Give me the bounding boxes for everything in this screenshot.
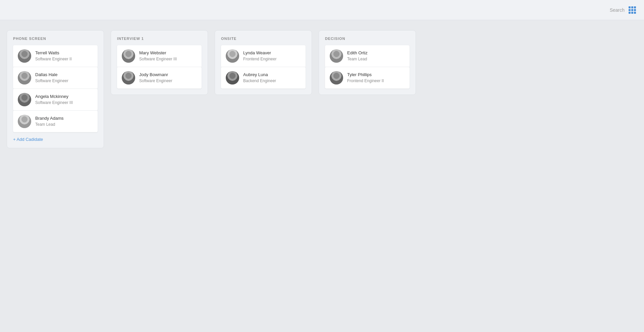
avatar — [330, 71, 343, 85]
card-info: Mary WebsterSoftware Engineer III — [139, 50, 177, 62]
cards-wrapper-onsite: Lynda WeaverFrontend EngineerAubrey Luna… — [221, 45, 306, 89]
avatar — [330, 49, 343, 63]
candidate-card[interactable]: Jody BowmanrSoftware Engineer — [117, 67, 202, 89]
candidate-card[interactable]: Tyler PhillipsFrontend Engineer II — [325, 67, 410, 89]
candidate-role: Team Lead — [35, 122, 64, 127]
column-title-onsite: ONSITE — [221, 37, 306, 41]
column-interview-1: INTERVIEW 1Mary WebsterSoftware Engineer… — [111, 30, 208, 95]
card-info: Jody BowmanrSoftware Engineer — [139, 72, 172, 84]
avatar — [226, 49, 239, 63]
card-info: Terrell WattsSoftware Engineer II — [35, 50, 72, 62]
candidate-card[interactable]: Angela MckinneySoftware Engineer III — [13, 89, 98, 111]
candidate-role: Backend Engineer — [243, 78, 276, 84]
candidate-role: Software Engineer — [139, 78, 172, 84]
search-area: Search — [610, 6, 636, 14]
column-onsite: ONSITELynda WeaverFrontend EngineerAubre… — [215, 30, 312, 95]
candidate-card[interactable]: Dallas HaleSoftware Engineer — [13, 67, 98, 89]
avatar — [122, 71, 135, 85]
candidate-card[interactable]: Terrell WattsSoftware Engineer II — [13, 45, 98, 67]
candidate-name: Terrell Watts — [35, 50, 72, 56]
candidate-card[interactable]: Edith OrtizTeam Lead — [325, 45, 410, 67]
card-info: Brandy AdamsTeam Lead — [35, 116, 64, 127]
candidate-name: Dallas Hale — [35, 72, 68, 78]
candidate-name: Angela Mckinney — [35, 94, 73, 100]
cards-wrapper-interview-1: Mary WebsterSoftware Engineer IIIJody Bo… — [117, 45, 202, 89]
column-phone-screen: PHONE SCREENTerrell WattsSoftware Engine… — [7, 30, 104, 148]
column-title-interview-1: INTERVIEW 1 — [117, 37, 202, 41]
avatar — [18, 115, 31, 128]
card-info: Angela MckinneySoftware Engineer III — [35, 94, 73, 105]
candidate-card[interactable]: Aubrey LunaBackend Engineer — [221, 67, 306, 89]
card-info: Dallas HaleSoftware Engineer — [35, 72, 68, 84]
candidate-name: Lynda Weaver — [243, 50, 276, 56]
candidate-role: Team Lead — [347, 57, 368, 62]
candidate-role: Software Engineer III — [139, 57, 177, 62]
avatar — [18, 49, 31, 63]
candidate-role: Software Engineer III — [35, 100, 73, 106]
candidate-name: Tyler Phillips — [347, 72, 384, 78]
card-info: Tyler PhillipsFrontend Engineer II — [347, 72, 384, 84]
search-label: Search — [610, 7, 625, 13]
candidate-name: Mary Webster — [139, 50, 177, 56]
avatar — [122, 49, 135, 63]
candidate-role: Software Engineer II — [35, 57, 72, 62]
candidate-card[interactable]: Lynda WeaverFrontend Engineer — [221, 45, 306, 67]
add-candidate-button[interactable]: + Add Cadidate — [13, 137, 98, 142]
card-info: Edith OrtizTeam Lead — [347, 50, 368, 62]
candidate-name: Jody Bowmanr — [139, 72, 172, 78]
candidate-role: Software Engineer — [35, 78, 68, 84]
kanban-board: PHONE SCREENTerrell WattsSoftware Engine… — [0, 20, 644, 158]
candidate-role: Frontend Engineer — [243, 57, 276, 62]
candidate-name: Brandy Adams — [35, 116, 64, 121]
card-info: Aubrey LunaBackend Engineer — [243, 72, 276, 84]
candidate-card[interactable]: Mary WebsterSoftware Engineer III — [117, 45, 202, 67]
candidate-role: Frontend Engineer II — [347, 78, 384, 84]
avatar — [226, 71, 239, 85]
column-title-decision: DECISION — [325, 37, 410, 41]
candidate-name: Edith Ortiz — [347, 50, 368, 56]
column-decision: DECISIONEdith OrtizTeam LeadTyler Philli… — [319, 30, 416, 95]
header: Search — [0, 0, 644, 20]
avatar — [18, 93, 31, 106]
column-title-phone-screen: PHONE SCREEN — [13, 37, 98, 41]
card-info: Lynda WeaverFrontend Engineer — [243, 50, 276, 62]
candidate-name: Aubrey Luna — [243, 72, 276, 78]
candidate-card[interactable]: Brandy AdamsTeam Lead — [13, 111, 98, 132]
avatar — [18, 71, 31, 85]
grid-view-icon[interactable] — [629, 6, 636, 14]
cards-wrapper-decision: Edith OrtizTeam LeadTyler PhillipsFronte… — [325, 45, 410, 89]
cards-wrapper-phone-screen: Terrell WattsSoftware Engineer IIDallas … — [13, 45, 98, 132]
